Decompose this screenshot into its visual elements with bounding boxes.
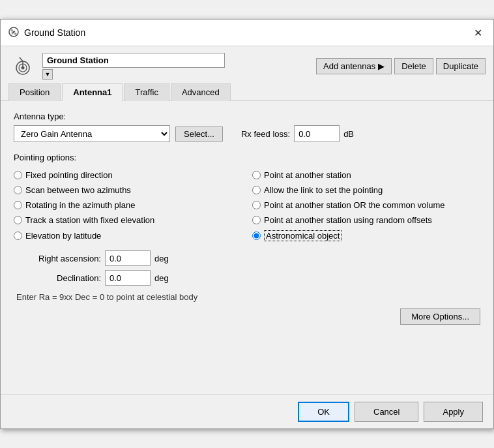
right-ascension-label: Right ascension: — [16, 254, 101, 263]
title-bar-title: Ground Station — [24, 27, 85, 38]
tab-advanced[interactable]: Advanced — [171, 83, 231, 101]
radio-allow-link-input[interactable] — [252, 186, 261, 194]
svg-line-6 — [20, 57, 23, 61]
radio-point-station-input[interactable] — [252, 171, 261, 179]
ground-station-dialog: 🛰 Ground Station ✕ ▼ Add antennas ▶ — [0, 19, 494, 429]
radio-fixed-input[interactable] — [14, 171, 22, 179]
select-antenna-button[interactable]: Select... — [175, 127, 223, 142]
radio-rotating: Rotating in the azimuth plane — [14, 199, 242, 211]
station-icon — [10, 53, 35, 78]
right-ascension-input[interactable] — [105, 250, 151, 266]
name-section: ▼ — [42, 53, 311, 80]
ok-button[interactable]: OK — [298, 402, 349, 422]
radio-point-random: Point at another station using random of… — [252, 214, 480, 226]
radio-point-common-label: Point at another station OR the common v… — [264, 200, 444, 210]
station-name-input[interactable] — [42, 53, 225, 68]
radio-scan-input[interactable] — [14, 186, 22, 194]
antenna-type-row: Zero Gain Antenna Select... Rx feed loss… — [14, 125, 480, 142]
radio-elevation: Elevation by latitude — [14, 229, 242, 243]
tab-position[interactable]: Position — [8, 83, 61, 101]
rx-feed-label: Rx feed loss: — [241, 129, 290, 139]
duplicate-button[interactable]: Duplicate — [436, 58, 486, 74]
antenna-type-label: Antenna type: — [14, 112, 480, 121]
station-icon-area — [8, 52, 37, 80]
radio-allow-link-label: Allow the link to set the pointing — [264, 185, 383, 195]
radio-track: Track a station with fixed elevation — [14, 214, 242, 226]
radio-allow-link: Allow the link to set the pointing — [252, 184, 480, 196]
params-section: Right ascension: deg Declination: deg — [14, 250, 480, 286]
radio-point-common: Point at another station OR the common v… — [252, 199, 480, 211]
add-antennas-button[interactable]: Add antennas ▶ — [316, 58, 392, 74]
rx-feed-unit: dB — [343, 129, 354, 139]
radio-scan: Scan between two azimuths — [14, 184, 242, 196]
declination-unit: deg — [154, 273, 169, 283]
more-options-row: More Options... — [14, 308, 480, 325]
right-ascension-row: Right ascension: deg — [14, 250, 480, 266]
radio-astronomical: Astronomical object — [252, 229, 480, 243]
rx-feed-row: Rx feed loss: dB — [241, 125, 354, 142]
radio-elevation-label: Elevation by latitude — [25, 231, 101, 241]
tabs-container: Position Antenna1 Traffic Advanced — [1, 83, 493, 101]
apply-button[interactable]: Apply — [424, 402, 483, 422]
radio-point-random-input[interactable] — [252, 216, 261, 224]
rx-feed-input[interactable] — [294, 125, 340, 142]
radio-fixed-label: Fixed pointing direction — [25, 170, 113, 180]
radio-fixed: Fixed pointing direction — [14, 169, 242, 181]
footer: OK Cancel Apply — [1, 395, 493, 428]
radio-astronomical-input[interactable] — [252, 231, 261, 240]
radio-elevation-input[interactable] — [14, 231, 22, 240]
tab-traffic[interactable]: Traffic — [124, 83, 169, 101]
antenna-type-select[interactable]: Zero Gain Antenna — [14, 125, 170, 142]
pointing-options-grid: Fixed pointing direction Point at anothe… — [14, 169, 480, 243]
radio-rotating-input[interactable] — [14, 201, 22, 209]
title-bar-icon: 🛰 — [8, 27, 19, 39]
radio-point-common-input[interactable] — [252, 201, 261, 209]
declination-input[interactable] — [105, 270, 151, 286]
delete-button[interactable]: Delete — [394, 58, 433, 74]
more-options-button[interactable]: More Options... — [400, 308, 480, 325]
radio-rotating-label: Rotating in the azimuth plane — [25, 200, 135, 210]
right-ascension-unit: deg — [154, 254, 169, 263]
radio-point-station-label: Point at another station — [264, 170, 351, 180]
hint-text: Enter Ra = 9xx Dec = 0 to point at celes… — [16, 292, 480, 302]
radio-point-random-label: Point at another station using random of… — [264, 215, 432, 225]
close-button[interactable]: ✕ — [470, 25, 486, 40]
cancel-button[interactable]: Cancel — [355, 402, 418, 422]
header-row: ▼ Add antennas ▶ Delete Duplicate — [1, 46, 493, 83]
title-bar-left: 🛰 Ground Station — [8, 27, 85, 39]
svg-text:🛰: 🛰 — [10, 29, 17, 36]
tab-content: Antenna type: Zero Gain Antenna Select..… — [1, 101, 493, 395]
declination-label: Declination: — [16, 273, 101, 283]
declination-row: Declination: deg — [14, 270, 480, 286]
radio-scan-label: Scan between two azimuths — [25, 185, 131, 195]
radio-track-input[interactable] — [14, 216, 22, 224]
title-bar: 🛰 Ground Station ✕ — [1, 20, 493, 46]
pointing-options-label: Pointing options: — [14, 153, 480, 162]
name-dropdown-arrow[interactable]: ▼ — [42, 69, 53, 80]
radio-track-label: Track a station with fixed elevation — [25, 215, 154, 225]
header-buttons: Add antennas ▶ Delete Duplicate — [316, 58, 486, 74]
radio-astronomical-label: Astronomical object — [264, 230, 341, 241]
tab-antenna1[interactable]: Antenna1 — [62, 83, 123, 101]
radio-point-station: Point at another station — [252, 169, 480, 181]
